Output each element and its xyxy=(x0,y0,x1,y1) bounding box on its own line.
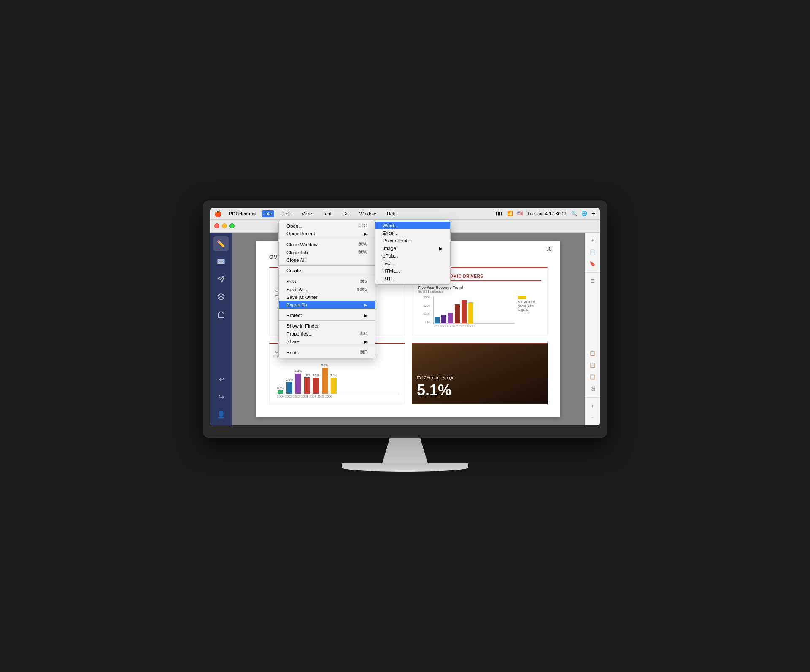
right-icon-grid[interactable]: ⊞ xyxy=(588,235,598,245)
right-icon-doc2[interactable]: 📋 xyxy=(588,360,598,370)
monitor-screen: 🍎 PDFelement File Edit View Tool Go Wind… xyxy=(210,208,600,425)
traffic-yellow[interactable] xyxy=(222,223,227,228)
menu-open-recent-label: Open Recent xyxy=(286,231,362,236)
right-icon-page[interactable]: 📄 xyxy=(588,247,598,257)
lx-2012: 2012 xyxy=(293,395,299,398)
bar-fy13 xyxy=(441,315,446,323)
menu-create[interactable]: Create xyxy=(279,267,375,274)
right-divider2 xyxy=(585,397,600,398)
traffic-green[interactable] xyxy=(230,223,235,228)
legend-color xyxy=(518,296,526,299)
log-val-2012: 4.4% xyxy=(295,370,302,373)
export-powerpoint-label: PowerPoint... xyxy=(383,238,443,243)
x-fy14: FY14 xyxy=(448,325,453,328)
right-icon-doc1[interactable]: 📋 xyxy=(588,348,598,358)
log-bar-2013: 3.6% xyxy=(304,374,310,394)
menu-save-as[interactable]: Save As... ⇧⌘S xyxy=(279,285,375,293)
search-icon[interactable]: 🔍 xyxy=(571,211,577,216)
right-divider xyxy=(585,272,600,273)
list-icon[interactable]: ☰ xyxy=(591,211,596,216)
menu-export-to[interactable]: Export To ▶ xyxy=(279,301,375,309)
log-val-2015: 5.7% xyxy=(321,364,328,367)
margin-content: FY17 Adjusted Margin 5.1% xyxy=(417,376,543,399)
lx-2014: 2014 xyxy=(309,395,315,398)
log-bar-rect-2012 xyxy=(295,374,301,394)
log-bar-2015: 5.7% xyxy=(321,364,328,394)
sidebar-icon-send[interactable] xyxy=(213,271,229,287)
lx-2013: 2013 xyxy=(301,395,307,398)
export-submenu[interactable]: Word... Excel... PowerPoint... Image ▶ xyxy=(375,220,451,285)
x-fy17: FY17 xyxy=(468,325,473,328)
sidebar-icon-undo[interactable]: ↩ xyxy=(213,371,229,387)
menu-save-as-other-label: Save as Other xyxy=(286,295,367,300)
y-label-0: $0 xyxy=(418,321,430,324)
bar-chart-content: FY12 FY13 FY14 FY15 FY16 FY17 xyxy=(433,296,515,330)
menu-window[interactable]: Window xyxy=(357,210,378,217)
menu-help[interactable]: Help xyxy=(384,210,399,217)
menu-share[interactable]: Share ▶ xyxy=(279,338,375,345)
export-epub[interactable]: ePub... xyxy=(375,252,450,260)
log-bar-2014: 3.5% xyxy=(313,374,319,394)
menu-save-as-other[interactable]: Save as Other xyxy=(279,293,375,301)
menu-tool[interactable]: Tool xyxy=(320,210,334,217)
right-icon-bookmark[interactable]: 🔖 xyxy=(588,259,598,269)
export-image[interactable]: Image ▶ xyxy=(375,245,450,252)
menu-create-label: Create xyxy=(286,268,367,273)
menu-close-tab[interactable]: Close Tab ⌘W xyxy=(279,248,375,256)
menu-save-shortcut: ⌘S xyxy=(360,279,367,284)
export-excel[interactable]: Excel... xyxy=(375,229,450,237)
menu-protect[interactable]: Protect ▶ xyxy=(279,312,375,319)
sidebar-icon-home[interactable] xyxy=(213,307,229,322)
menu-edit[interactable]: Edit xyxy=(280,210,293,217)
log-bar-rect-2013 xyxy=(304,377,310,394)
flag-icon: 🇺🇸 xyxy=(517,211,523,216)
bar-fy12-rect xyxy=(435,317,440,323)
right-icon-list[interactable]: ☰ xyxy=(588,276,598,286)
right-icon-add[interactable]: + xyxy=(588,401,598,411)
file-menu-dropdown[interactable]: Open... ⌘O Open Recent ▶ Close Window ⌘W xyxy=(278,220,375,358)
export-rtf[interactable]: RTF... xyxy=(375,275,450,282)
menu-print[interactable]: Print... ⌘P xyxy=(279,348,375,356)
sidebar-icon-mail[interactable]: ✉️ xyxy=(213,254,229,269)
menu-close-window[interactable]: Close Window ⌘W xyxy=(279,240,375,248)
right-icon-minus[interactable]: − xyxy=(588,413,598,423)
menu-go[interactable]: Go xyxy=(340,210,351,217)
adjusted-margin-section: FY17 Adjusted Margin 5.1% xyxy=(412,343,548,404)
export-powerpoint[interactable]: PowerPoint... xyxy=(375,237,450,245)
separator-4 xyxy=(279,310,375,310)
right-icon-doc3[interactable]: 📋 xyxy=(588,372,598,382)
menu-close-all[interactable]: Close All xyxy=(279,256,375,264)
menu-open[interactable]: Open... ⌘O xyxy=(279,222,375,230)
sidebar-icon-pencil[interactable]: ✏️ xyxy=(213,236,229,251)
monitor-stand-neck xyxy=(380,438,430,463)
x-fy12: FY12 xyxy=(434,325,439,328)
menubar: 🍎 PDFelement File Edit View Tool Go Wind… xyxy=(210,208,600,220)
menu-save[interactable]: Save ⌘S xyxy=(279,277,375,285)
export-html[interactable]: HTML... xyxy=(375,267,450,275)
menu-file[interactable]: File xyxy=(262,210,275,217)
menu-view[interactable]: View xyxy=(299,210,314,217)
x-axis: FY12 FY13 FY14 FY15 FY16 FY17 xyxy=(433,324,515,328)
traffic-red[interactable] xyxy=(214,223,219,228)
apple-icon[interactable]: 🍎 xyxy=(214,210,221,217)
export-epub-label: ePub... xyxy=(383,253,443,258)
menu-save-as-label: Save As... xyxy=(286,287,348,292)
export-word[interactable]: Word... xyxy=(375,222,450,229)
bar-fy17-rect xyxy=(468,302,473,323)
sidebar-icon-layers[interactable] xyxy=(213,289,229,304)
bar-fy17 xyxy=(468,302,473,323)
x-fy13: FY13 xyxy=(441,325,446,328)
menu-open-recent[interactable]: Open Recent ▶ xyxy=(279,230,375,237)
bar-fy16-rect xyxy=(462,300,467,323)
menu-properties[interactable]: Properties... ⌘D xyxy=(279,330,375,338)
menu-show-finder[interactable]: Show in Finder xyxy=(279,322,375,330)
menu-share-label: Share xyxy=(286,339,362,344)
chart-legend: 5 YEAR FFV (38%) (14% Organic) xyxy=(518,296,541,330)
globe-icon[interactable]: 🌐 xyxy=(581,211,587,216)
sidebar-icon-redo[interactable]: ↪ xyxy=(213,389,229,404)
sidebar-icon-user[interactable]: 👤 xyxy=(213,407,229,422)
sidebar-left: ✏️ ✉️ xyxy=(210,233,232,425)
export-text[interactable]: Text... xyxy=(375,260,450,267)
share-arrow: ▶ xyxy=(364,339,367,344)
right-icon-image[interactable]: 🖼 xyxy=(588,384,598,394)
